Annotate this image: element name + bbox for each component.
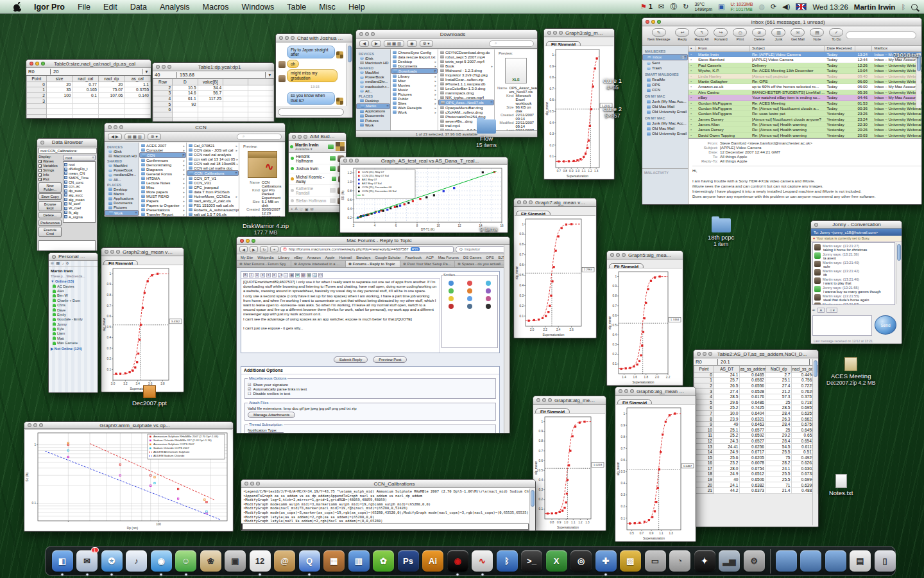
finder-item[interactable]: Sites▸	[391, 101, 438, 105]
zoom-icon[interactable]	[548, 398, 552, 402]
window-graph-sig2[interactable]: Graph2:alg_mean vs alg_succ_... Fit Sigm…	[101, 247, 184, 392]
volume-menu-icon[interactable]: ◀)	[782, 3, 790, 11]
mail-toolbar-button[interactable]: ↪Forward	[714, 28, 728, 41]
menu-clock[interactable]: Wed 13:26	[812, 3, 848, 11]
finder-item[interactable]: Roberts_A_submanuscript	[187, 207, 239, 212]
scrollbar[interactable]	[916, 53, 921, 108]
cell-ref[interactable]: 40	[153, 72, 177, 78]
cell-value[interactable]: 153.88	[177, 72, 265, 78]
sidebar-item[interactable]: Desktop	[356, 98, 390, 103]
quicksilver-menu-icon[interactable]: Ⓠ	[670, 2, 677, 12]
desktop-item[interactable]: Notes.txt	[829, 474, 853, 496]
app-icon[interactable]: ◎	[570, 550, 592, 572]
finder-item[interactable]: CCN_V31	[187, 180, 239, 185]
avatar[interactable]	[336, 142, 345, 151]
preview-post-button[interactable]: Preview Post	[373, 356, 407, 363]
finder-item[interactable]: Music▸	[391, 87, 438, 92]
window-graph-scatter[interactable]: Graph_AS_test_real vs AS_Dana_T_real... …	[339, 157, 508, 233]
menu-windows[interactable]: Windows	[235, 0, 281, 14]
sidebar-item[interactable]: Applications	[356, 109, 390, 114]
table-row[interactable]: 461.1117.25	[153, 96, 274, 101]
app-icon[interactable]: X	[546, 550, 567, 572]
display-checkbox[interactable]: ✓Waves	[38, 159, 62, 163]
window-graph-sig4[interactable]: Graph5:alg_mean vs alg_succ_... Fit Sigm…	[606, 250, 683, 386]
minimize-icon[interactable]	[616, 253, 620, 257]
app-icon[interactable]: Ai	[422, 550, 443, 572]
app-icon[interactable]: ✪	[101, 550, 123, 572]
quicklook-button[interactable]: ◉	[407, 40, 417, 47]
sidebar-item[interactable]: MacMini	[105, 163, 139, 168]
finder-item[interactable]: CCN data - JOS wil cal▸	[187, 148, 239, 152]
group-offline[interactable]: ▶ Not Online (124)	[49, 346, 98, 351]
sidebar-item[interactable]: Pictures	[105, 206, 139, 210]
smiley-icon[interactable]	[449, 304, 454, 309]
minimize-icon[interactable]	[110, 250, 114, 254]
temp-fan-readout[interactable]: 39°C1499rpm	[694, 2, 712, 12]
zoom-icon[interactable]	[559, 31, 563, 35]
finder-item[interactable]: ccn salt cal 13 14 oct 05▸	[187, 157, 239, 161]
contact-row[interactable]: Alex	[49, 288, 98, 293]
dock-item[interactable]: ◧	[51, 548, 73, 574]
finder-item[interactable]: CCN▸	[139, 152, 186, 158]
bookmarks-bar[interactable]: My SiteWikipediaLibraryeBayAmazonAppleHo…	[237, 254, 509, 261]
table-row[interactable]: 1125.20.659229.20.6511	[694, 433, 818, 439]
zoom-icon[interactable]	[708, 352, 712, 356]
mail-toolbar-button[interactable]: ↰Reply All	[694, 28, 708, 41]
contact-row[interactable]: Matt	[49, 336, 98, 340]
app-icon[interactable]: ◉	[447, 550, 468, 572]
table-row[interactable]: 21000.1107.060.140	[27, 92, 151, 98]
fast-user-switch-name[interactable]: Martin Irwin	[854, 3, 896, 11]
finder-item[interactable]: Desktop▸	[391, 59, 438, 64]
wave-item[interactable]: A_sigma	[64, 215, 94, 219]
command-input[interactable]	[241, 523, 529, 530]
minimize-icon[interactable]	[162, 65, 166, 69]
close-icon[interactable]	[359, 32, 363, 36]
tab-bar[interactable]: ⊗Mac Forums - Forum Spy⊗Anyone intereste…	[237, 261, 509, 268]
desktop-item[interactable]: 9 items	[480, 226, 497, 232]
scrollbar[interactable]	[346, 44, 352, 106]
dock-item[interactable]: ⚙	[743, 548, 765, 574]
close-icon[interactable]	[814, 223, 818, 227]
tab-close-icon[interactable]: ⊗	[458, 262, 461, 266]
tab-close-icon[interactable]: ⊗	[294, 262, 297, 266]
data-browser-button[interactable]: Browse Expt	[38, 201, 62, 211]
message-row[interactable]: ◦Amazon.co.ukup to 60% off the homes sel…	[689, 84, 922, 89]
desktop-item-label[interactable]: Dec2007.ppt	[132, 399, 167, 407]
browser-tab[interactable]: ⊗Anyone interested in a ...	[291, 261, 346, 267]
finder-item[interactable]: CCN nacl cal analysis	[187, 152, 239, 157]
table-row[interactable]: 210.534.4	[153, 85, 274, 91]
sidebar-item[interactable]: Documents	[356, 114, 390, 118]
table-row[interactable]: 625.20.742528.50.69558	[694, 405, 818, 411]
app-icon[interactable]	[825, 550, 846, 572]
action-gear-button[interactable]: ⚙ ▾	[148, 134, 161, 140]
video-chat-icon[interactable]	[332, 177, 337, 181]
sidebar-item[interactable]: PowerBook	[356, 75, 390, 80]
window-msn-contacts[interactable]: Personal Cont... ✉☎♪⚙ Martin Irwin These…	[48, 252, 98, 393]
message-row[interactable]: ◦Alex Casino[MANCHESTER-STUDENTS] LiveMa…	[689, 90, 922, 95]
updown-menu-icon[interactable]: ◍	[758, 3, 765, 11]
finder-sidebar[interactable]: DEVICES iDiskMacintosh HD SHARED MacMini…	[356, 49, 391, 130]
data-browser-button[interactable]: Execute Cmd	[38, 227, 62, 237]
refresh-menu-icon[interactable]: ⟳	[771, 3, 776, 11]
finder-search-field[interactable]: ⌕	[237, 134, 282, 140]
message-row[interactable]: ◦Wyche, K.P.Re: ACES Meeting 13th Decemb…	[689, 68, 922, 73]
dock-item[interactable]	[775, 548, 797, 574]
flag-menu-icon[interactable]: ⚑ 1	[640, 3, 653, 11]
cell-reference-bar[interactable]: 40153.88▾	[153, 71, 274, 79]
table-row[interactable]: 0200.77201.1	[27, 82, 151, 87]
buddy-row[interactable]: Stefan Hoffmann	[289, 197, 346, 206]
sidebar-item[interactable]: iDisk	[356, 56, 390, 60]
mailbox-item[interactable]: Old Mac Mail	[642, 104, 688, 109]
data-browser-button[interactable]: Preferences	[38, 220, 62, 226]
sidebar-item[interactable]: macbookch.r...	[356, 84, 390, 89]
table-row[interactable]	[27, 109, 151, 115]
table-row[interactable]: 19400.650625.50.69941	[694, 477, 818, 482]
finder-item[interactable]: tetris_sept 5 2007.mp4	[438, 59, 494, 64]
finder-item[interactable]: InstallGear...soften.zip	[438, 77, 494, 82]
table-row[interactable]	[27, 115, 151, 119]
message-row[interactable]: ◦Gordon McFiggansRe: ucas lustre potYest…	[689, 111, 922, 116]
app-icon[interactable]: ▂▅	[719, 550, 740, 572]
mail-toolbar-button[interactable]: ✓To Do	[829, 28, 843, 41]
finder-item[interactable]: Diagrams▸	[139, 167, 186, 171]
sidebar-item[interactable]: Martin	[356, 103, 390, 109]
